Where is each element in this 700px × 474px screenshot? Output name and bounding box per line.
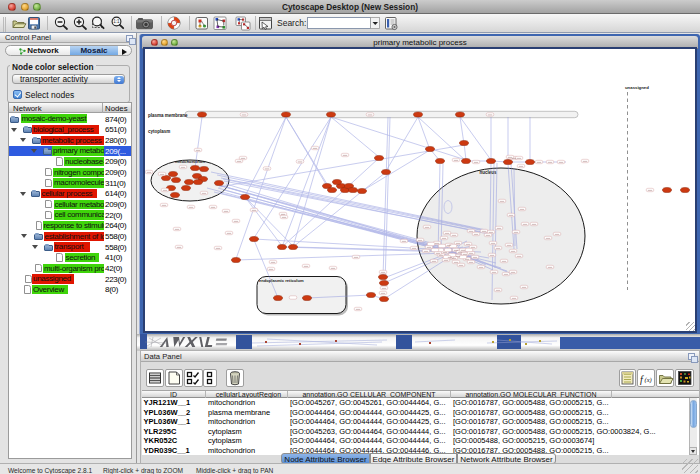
svg-text:endoplasmic reticulum: endoplasmic reticulum (259, 278, 304, 283)
svg-text:mitochondrion: mitochondrion (175, 159, 205, 164)
svg-text:(x): (x) (645, 376, 652, 384)
svg-text:Search:: Search: (277, 18, 306, 28)
svg-text:plasma membrane: plasma membrane (148, 113, 188, 118)
svg-text:unassigned: unassigned (625, 85, 649, 90)
svg-text:nucleus: nucleus (479, 170, 497, 175)
svg-text:1:1: 1:1 (113, 19, 120, 24)
svg-text:cytoplasm: cytoplasm (148, 129, 170, 134)
